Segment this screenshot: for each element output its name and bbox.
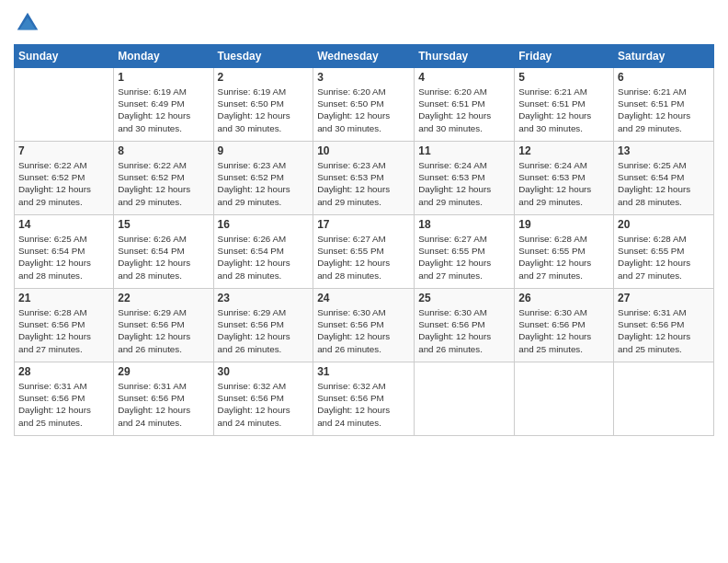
calendar-cell: 21Sunrise: 6:28 AM Sunset: 6:56 PM Dayli… xyxy=(15,289,114,362)
day-info: Sunrise: 6:21 AM Sunset: 6:51 PM Dayligh… xyxy=(518,86,609,134)
calendar-cell: 24Sunrise: 6:30 AM Sunset: 6:56 PM Dayli… xyxy=(313,289,415,362)
day-number: 17 xyxy=(317,218,410,231)
day-number: 29 xyxy=(118,365,209,378)
day-info: Sunrise: 6:28 AM Sunset: 6:55 PM Dayligh… xyxy=(618,233,710,282)
calendar-cell: 6Sunrise: 6:21 AM Sunset: 6:51 PM Daylig… xyxy=(614,68,714,142)
day-info: Sunrise: 6:31 AM Sunset: 6:56 PM Dayligh… xyxy=(118,380,209,429)
day-number: 7 xyxy=(18,144,109,157)
day-info: Sunrise: 6:19 AM Sunset: 6:49 PM Dayligh… xyxy=(118,86,209,134)
day-info: Sunrise: 6:23 AM Sunset: 6:52 PM Dayligh… xyxy=(218,159,310,208)
day-info: Sunrise: 6:20 AM Sunset: 6:50 PM Dayligh… xyxy=(317,86,410,134)
calendar-cell: 28Sunrise: 6:31 AM Sunset: 6:56 PM Dayli… xyxy=(15,362,114,436)
day-info: Sunrise: 6:22 AM Sunset: 6:52 PM Dayligh… xyxy=(18,159,109,208)
calendar-table: SundayMondayTuesdayWednesdayThursdayFrid… xyxy=(14,44,714,436)
day-number: 28 xyxy=(18,365,109,378)
calendar-cell: 13Sunrise: 6:25 AM Sunset: 6:54 PM Dayli… xyxy=(614,142,714,215)
logo-icon xyxy=(14,9,41,37)
day-number: 27 xyxy=(618,292,710,304)
header-wednesday: Wednesday xyxy=(313,45,415,68)
calendar-cell xyxy=(415,362,515,436)
day-info: Sunrise: 6:20 AM Sunset: 6:51 PM Dayligh… xyxy=(418,86,510,134)
logo xyxy=(14,9,45,37)
week-row-1: 7Sunrise: 6:22 AM Sunset: 6:52 PM Daylig… xyxy=(15,142,714,215)
day-number: 13 xyxy=(618,144,710,157)
day-info: Sunrise: 6:29 AM Sunset: 6:56 PM Dayligh… xyxy=(218,306,310,355)
day-info: Sunrise: 6:26 AM Sunset: 6:54 PM Dayligh… xyxy=(218,233,310,282)
day-info: Sunrise: 6:27 AM Sunset: 6:55 PM Dayligh… xyxy=(317,233,410,282)
week-row-0: 1Sunrise: 6:19 AM Sunset: 6:49 PM Daylig… xyxy=(15,68,714,142)
week-row-2: 14Sunrise: 6:25 AM Sunset: 6:54 PM Dayli… xyxy=(15,215,714,289)
day-info: Sunrise: 6:25 AM Sunset: 6:54 PM Dayligh… xyxy=(18,233,109,282)
calendar-cell: 31Sunrise: 6:32 AM Sunset: 6:56 PM Dayli… xyxy=(313,362,415,436)
header-monday: Monday xyxy=(114,45,213,68)
day-number: 12 xyxy=(518,144,609,157)
day-number: 15 xyxy=(118,218,209,231)
day-number: 30 xyxy=(218,365,310,378)
calendar-cell: 26Sunrise: 6:30 AM Sunset: 6:56 PM Dayli… xyxy=(515,289,614,362)
day-info: Sunrise: 6:31 AM Sunset: 6:56 PM Dayligh… xyxy=(618,306,710,355)
day-number: 9 xyxy=(218,144,310,157)
day-info: Sunrise: 6:32 AM Sunset: 6:56 PM Dayligh… xyxy=(218,380,310,429)
calendar-cell: 17Sunrise: 6:27 AM Sunset: 6:55 PM Dayli… xyxy=(313,215,415,289)
calendar-cell: 20Sunrise: 6:28 AM Sunset: 6:55 PM Dayli… xyxy=(614,215,714,289)
calendar-header-row: SundayMondayTuesdayWednesdayThursdayFrid… xyxy=(15,45,714,68)
calendar-cell: 14Sunrise: 6:25 AM Sunset: 6:54 PM Dayli… xyxy=(15,215,114,289)
calendar-cell: 3Sunrise: 6:20 AM Sunset: 6:50 PM Daylig… xyxy=(313,68,415,142)
calendar-cell: 16Sunrise: 6:26 AM Sunset: 6:54 PM Dayli… xyxy=(213,215,313,289)
day-info: Sunrise: 6:24 AM Sunset: 6:53 PM Dayligh… xyxy=(518,159,609,208)
calendar-cell: 7Sunrise: 6:22 AM Sunset: 6:52 PM Daylig… xyxy=(15,142,114,215)
day-info: Sunrise: 6:30 AM Sunset: 6:56 PM Dayligh… xyxy=(518,306,609,355)
day-number: 14 xyxy=(18,218,109,231)
day-number: 11 xyxy=(418,144,510,157)
day-number: 22 xyxy=(118,292,209,304)
header-sunday: Sunday xyxy=(15,45,114,68)
day-number: 2 xyxy=(218,71,310,84)
calendar-cell: 27Sunrise: 6:31 AM Sunset: 6:56 PM Dayli… xyxy=(614,289,714,362)
day-number: 19 xyxy=(518,218,609,231)
day-number: 16 xyxy=(218,218,310,231)
day-number: 3 xyxy=(317,71,410,84)
header-friday: Friday xyxy=(515,45,614,68)
calendar-cell xyxy=(15,68,114,142)
calendar-cell: 5Sunrise: 6:21 AM Sunset: 6:51 PM Daylig… xyxy=(515,68,614,142)
day-info: Sunrise: 6:22 AM Sunset: 6:52 PM Dayligh… xyxy=(118,159,209,208)
header xyxy=(14,9,714,37)
header-thursday: Thursday xyxy=(415,45,515,68)
day-number: 4 xyxy=(418,71,510,84)
calendar-cell: 12Sunrise: 6:24 AM Sunset: 6:53 PM Dayli… xyxy=(515,142,614,215)
calendar-cell: 22Sunrise: 6:29 AM Sunset: 6:56 PM Dayli… xyxy=(114,289,213,362)
day-number: 26 xyxy=(518,292,609,304)
week-row-3: 21Sunrise: 6:28 AM Sunset: 6:56 PM Dayli… xyxy=(15,289,714,362)
calendar-cell: 30Sunrise: 6:32 AM Sunset: 6:56 PM Dayli… xyxy=(213,362,313,436)
day-info: Sunrise: 6:30 AM Sunset: 6:56 PM Dayligh… xyxy=(317,306,410,355)
calendar-cell: 8Sunrise: 6:22 AM Sunset: 6:52 PM Daylig… xyxy=(114,142,213,215)
day-number: 21 xyxy=(18,292,109,304)
calendar-cell: 23Sunrise: 6:29 AM Sunset: 6:56 PM Dayli… xyxy=(213,289,313,362)
day-number: 25 xyxy=(418,292,510,304)
header-saturday: Saturday xyxy=(614,45,714,68)
day-number: 5 xyxy=(518,71,609,84)
day-info: Sunrise: 6:24 AM Sunset: 6:53 PM Dayligh… xyxy=(418,159,510,208)
page: SundayMondayTuesdayWednesdayThursdayFrid… xyxy=(0,0,728,563)
day-number: 8 xyxy=(118,144,209,157)
day-info: Sunrise: 6:28 AM Sunset: 6:56 PM Dayligh… xyxy=(18,306,109,355)
day-info: Sunrise: 6:32 AM Sunset: 6:56 PM Dayligh… xyxy=(317,380,410,429)
calendar-cell xyxy=(614,362,714,436)
day-info: Sunrise: 6:31 AM Sunset: 6:56 PM Dayligh… xyxy=(18,380,109,429)
day-number: 6 xyxy=(618,71,710,84)
day-info: Sunrise: 6:27 AM Sunset: 6:55 PM Dayligh… xyxy=(418,233,510,282)
day-number: 24 xyxy=(317,292,410,304)
day-number: 1 xyxy=(118,71,209,84)
calendar-cell: 29Sunrise: 6:31 AM Sunset: 6:56 PM Dayli… xyxy=(114,362,213,436)
day-info: Sunrise: 6:26 AM Sunset: 6:54 PM Dayligh… xyxy=(118,233,209,282)
day-info: Sunrise: 6:30 AM Sunset: 6:56 PM Dayligh… xyxy=(418,306,510,355)
day-info: Sunrise: 6:25 AM Sunset: 6:54 PM Dayligh… xyxy=(618,159,710,208)
week-row-4: 28Sunrise: 6:31 AM Sunset: 6:56 PM Dayli… xyxy=(15,362,714,436)
day-number: 31 xyxy=(317,365,410,378)
day-number: 10 xyxy=(317,144,410,157)
calendar-cell: 4Sunrise: 6:20 AM Sunset: 6:51 PM Daylig… xyxy=(415,68,515,142)
day-number: 18 xyxy=(418,218,510,231)
day-info: Sunrise: 6:23 AM Sunset: 6:53 PM Dayligh… xyxy=(317,159,410,208)
calendar-cell: 15Sunrise: 6:26 AM Sunset: 6:54 PM Dayli… xyxy=(114,215,213,289)
calendar-cell: 1Sunrise: 6:19 AM Sunset: 6:49 PM Daylig… xyxy=(114,68,213,142)
